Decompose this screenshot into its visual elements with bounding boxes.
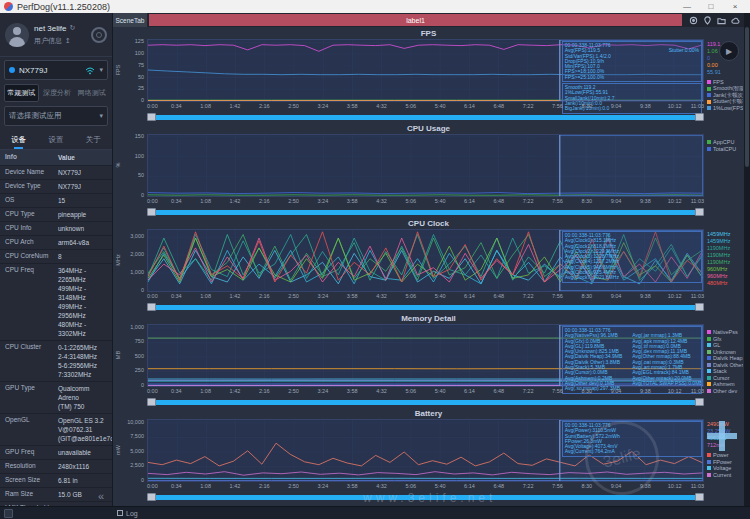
chart-hscrollbar[interactable] — [147, 207, 704, 218]
chart-hscrollbar[interactable] — [147, 112, 704, 123]
hscroll-handle-right[interactable] — [695, 303, 704, 311]
hscroll-handle-right[interactable] — [695, 113, 704, 121]
legend-label: Cursor — [713, 375, 730, 381]
legend-item[interactable]: Stutter(卡顿率) — [707, 99, 743, 106]
y-axis: %150100500 — [113, 134, 147, 197]
legend-item[interactable]: Current — [707, 472, 743, 479]
info-value: pineapple — [56, 208, 112, 221]
hscroll-handle-right[interactable] — [695, 493, 704, 501]
chart-plot[interactable]: 00:00:338-11:03:776Avg(FPS):119.5Std/Var… — [147, 39, 704, 102]
legend-item[interactable]: Other dev — [707, 388, 743, 395]
scene-tab-button[interactable]: SceneTab — [113, 13, 147, 27]
hscrollbar-track[interactable] — [147, 115, 704, 120]
nav-tab-2[interactable]: 关于 — [75, 131, 112, 149]
vertical-scrollbar[interactable] — [744, 13, 750, 506]
legend-item[interactable]: NativePss — [707, 329, 743, 336]
x-tick-label: 2:16 — [259, 293, 270, 299]
chevron-down-icon: ▾ — [99, 112, 103, 120]
x-tick-label: 6:14 — [464, 103, 475, 109]
hscroll-handle-left[interactable] — [147, 398, 156, 406]
maximize-button[interactable]: □ — [700, 1, 722, 13]
nav-tab-1[interactable]: 设置 — [37, 131, 74, 149]
nav-tab-0[interactable]: 设备 — [0, 131, 37, 149]
scene-label-bar[interactable]: label1 — [149, 14, 682, 26]
titlebar: PerfDog(v11.1.250208) — □ × — [0, 0, 750, 13]
series-value: 480MHz — [707, 280, 743, 287]
log-checkbox[interactable] — [117, 510, 123, 516]
hscroll-handle-left[interactable] — [147, 493, 156, 501]
info-key: CPU Freq — [0, 264, 56, 340]
overlay-column: Avg(.jar mmap):1.3MBAvg(.apk mmap):12.4M… — [632, 328, 702, 392]
legend-item[interactable]: Dalvik Other — [707, 362, 743, 369]
upload-icon[interactable]: ↥ — [65, 37, 71, 45]
info-value: OpenGL ES 3.2 V@0762.31 (GIT@ae801e1e7c) — [56, 414, 112, 445]
sidebar-collapse-button[interactable]: « — [98, 490, 104, 502]
info-key: Device Name — [0, 166, 56, 179]
chart-body: MHz3,0002,0001,000000:00:338-11:03:776Av… — [113, 229, 744, 292]
x-tick-label: 5:40 — [435, 198, 446, 204]
table-row: GPU Frequnavailable — [0, 446, 112, 460]
hscrollbar-track[interactable] — [147, 210, 704, 215]
hscroll-handle-right[interactable] — [695, 208, 704, 216]
hscroll-handle-left[interactable] — [147, 208, 156, 216]
pin-icon[interactable] — [702, 15, 712, 25]
info-header-value: Value — [56, 150, 112, 165]
chart-plot[interactable] — [147, 134, 704, 197]
hscroll-handle-left[interactable] — [147, 113, 156, 121]
chart-plot[interactable]: 00:00:338-11:03:776Avg(NativePss):96.1MB… — [147, 324, 704, 387]
legend-item[interactable]: Dalvik Heap — [707, 355, 743, 362]
record-icon[interactable] — [91, 27, 107, 43]
test-tab-1[interactable]: 深度分析 — [41, 84, 74, 102]
refresh-icon[interactable]: ↻ — [69, 24, 75, 32]
chart-hscrollbar[interactable] — [147, 302, 704, 313]
close-button[interactable]: × — [724, 1, 746, 13]
folder-icon[interactable] — [716, 15, 726, 25]
hscroll-handle-left[interactable] — [147, 303, 156, 311]
chart-plot[interactable]: 00:00:338-11:03:776Avg(Clock0):815.1MHzA… — [147, 229, 704, 292]
y-tick-label: 0 — [141, 192, 144, 198]
x-tick-label: 7:22 — [523, 483, 534, 489]
chart-right-panel: 1459MHz1459MHz1190MHz1190MHz1190MHz960MH… — [704, 229, 744, 292]
test-tab-2[interactable]: 网络测试 — [75, 84, 108, 102]
play-button[interactable]: ▶ — [719, 41, 739, 61]
chart-plot[interactable]: 00:00:338-11:03:776Avg(Power):3110.5mWSu… — [147, 419, 704, 482]
device-name: NX779J — [19, 66, 81, 75]
y-tick-label: 5,000 — [130, 448, 144, 454]
hscrollbar-track[interactable] — [147, 305, 704, 310]
user-info-label[interactable]: 用户信息 — [34, 36, 62, 46]
chart-hscrollbar[interactable] — [147, 397, 704, 408]
x-tick-label: 9:04 — [611, 483, 622, 489]
x-tick-label: 5:06 — [405, 483, 416, 489]
log-toggle[interactable]: Log — [117, 510, 138, 517]
x-tick-label: 10:12 — [668, 293, 682, 299]
hscrollbar-track[interactable] — [147, 400, 704, 405]
target-icon[interactable] — [688, 15, 698, 25]
app-grid-icon[interactable] — [4, 509, 13, 518]
minimize-button[interactable]: — — [676, 1, 698, 13]
x-tick-label: 2:50 — [288, 103, 299, 109]
legend-swatch — [707, 466, 711, 470]
main-area: SceneTab label1 FPSFPS125100755025000:00… — [113, 13, 744, 506]
app-select[interactable]: 请选择测试应用 ▾ — [4, 106, 108, 126]
device-select[interactable]: NX779J ▾ — [4, 60, 108, 80]
x-tick-label: 3:24 — [318, 388, 329, 394]
x-tick-label: 8:30 — [581, 388, 592, 394]
chart-right-panel: AppCPUTotalCPU — [704, 134, 744, 197]
info-value: arm64-v8a — [56, 236, 112, 249]
vertical-scrollbar-thumb[interactable] — [745, 27, 749, 167]
y-tick-label: 0 — [141, 382, 144, 388]
x-tick-label: 11:03 — [691, 388, 704, 394]
y-axis-label: mW — [115, 436, 121, 464]
legend-item[interactable]: TotalCPU — [707, 146, 743, 153]
legend-item[interactable]: 1%Low(FPS) — [707, 105, 743, 112]
y-tick-label: 50 — [138, 74, 144, 80]
hscroll-handle-right[interactable] — [695, 398, 704, 406]
cloud-icon[interactable] — [730, 15, 740, 25]
hscrollbar-track[interactable] — [147, 495, 704, 500]
x-tick-label: 5:06 — [405, 198, 416, 204]
avatar[interactable] — [5, 23, 29, 47]
x-tick-label: 0:34 — [171, 198, 182, 204]
test-tab-0[interactable]: 常规测试 — [4, 84, 39, 102]
legend-swatch — [707, 93, 711, 97]
chart-hscrollbar[interactable] — [147, 492, 704, 503]
